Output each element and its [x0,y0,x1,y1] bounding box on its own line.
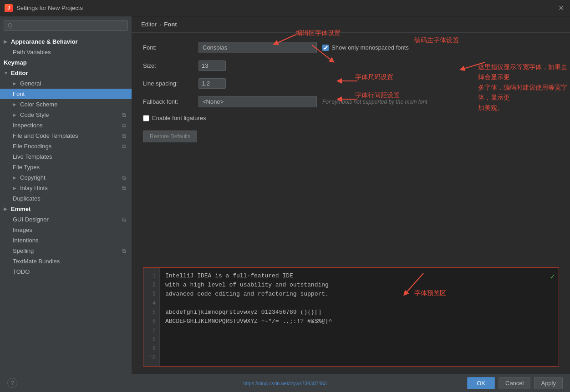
expand-arrow-icon: ▶ [13,186,18,191]
sidebar-item-editor[interactable]: ▼ Editor [0,68,132,78]
monospaced-label: Show only monospaced fonts [331,44,409,51]
apply-button[interactable]: Apply [534,377,563,389]
sidebar-item-file-code-templates[interactable]: File and Code Templates ⧉ [0,131,132,141]
code-line: advanced code editing and refactoring su… [165,290,553,299]
sidebar-item-general[interactable]: ▶ General [0,78,132,89]
sidebar-item-todo[interactable]: TODO [0,266,132,277]
breadcrumb: Editor › Font [132,16,570,33]
copy-icon: ⧉ [122,175,126,181]
cancel-button[interactable]: Cancel [499,377,530,389]
sidebar-item-label: Duplicates [13,195,41,202]
code-content: IntelliJ IDEA is a full-featured IDE wit… [160,268,559,366]
code-line [165,344,553,353]
sidebar-item-emmet[interactable]: ▶ Emmet [0,204,132,214]
sidebar-item-intentions[interactable]: Intentions [0,235,132,246]
code-line [165,353,553,362]
font-dropdown-wrapper: Consolas Courier New DejaVu Sans Mono Fi… [198,42,317,53]
sidebar-item-file-encodings[interactable]: File Encodings ⧉ [0,141,132,151]
copy-icon: ⧉ [122,185,126,191]
main-content: ▶ Appearance & Behavior Path Variables K… [0,16,570,374]
copy-icon: ⧉ [122,248,126,254]
font-dropdown[interactable]: Consolas Courier New DejaVu Sans Mono Fi… [198,42,317,53]
sidebar-item-images[interactable]: Images [0,225,132,235]
breadcrumb-current: Font [164,21,177,28]
sidebar-item-label: Inspections [13,122,43,129]
sidebar-item-copyright[interactable]: ▶ Copyright ⧉ [0,172,132,183]
line-number: 10 [143,353,159,362]
sidebar-item-label: File and Code Templates [13,132,78,139]
copy-icon: ⧉ [122,143,126,150]
ligatures-checkbox[interactable] [143,115,149,121]
line-number: 1 [143,271,159,281]
sidebar-item-label: Emmet [11,206,31,212]
size-label: Size: [143,62,193,69]
line-number: 9 [143,344,159,353]
ligatures-row: Enable font ligatures [143,115,559,121]
code-line [165,335,553,344]
copy-icon: ⧉ [122,122,126,129]
preview-lines: 1 2 3 4 5 6 7 8 9 10 IntelliJ IDEA is a … [143,268,559,366]
size-setting-row: Size: [143,60,559,71]
sidebar-item-label: General [20,80,41,87]
sidebar-item-color-scheme[interactable]: ▶ Color Scheme [0,99,132,110]
code-preview-area: 1 2 3 4 5 6 7 8 9 10 IntelliJ IDEA is a … [143,267,559,367]
monospaced-checkbox-wrapper[interactable]: Show only monospaced fonts [322,44,409,51]
sidebar-item-label: Keymap [4,59,27,66]
sidebar-item-font[interactable]: Font [0,89,132,99]
sidebar-item-textmate-bundles[interactable]: TextMate Bundles [0,256,132,266]
sidebar-item-code-style[interactable]: ▶ Code Style ⧉ [0,110,132,120]
ligatures-checkbox-wrapper[interactable]: Enable font ligatures [143,115,206,121]
line-number: 3 [143,290,159,299]
search-input[interactable] [4,20,128,31]
expand-arrow-icon: ▶ [13,112,18,117]
line-number: 6 [143,317,159,326]
close-button[interactable]: ✕ [556,4,565,13]
sidebar-item-keymap[interactable]: Keymap [0,57,132,68]
code-line: abcdefghijklmnopqrstuvwxyz 0123456789 ()… [165,308,553,317]
help-button[interactable]: ? [7,378,17,388]
title-bar: J Settings for New Projects ✕ [0,0,570,16]
sidebar-item-label: Copyright [20,174,46,181]
line-number: 5 [143,308,159,317]
fallback-font-row: Fallback font: <None> For symbols not su… [143,96,559,107]
fallback-font-dropdown[interactable]: <None> [198,96,317,107]
size-input[interactable] [198,60,226,71]
sidebar-item-label: Editor [11,70,28,76]
sidebar-item-file-types[interactable]: File Types [0,162,132,172]
sidebar: ▶ Appearance & Behavior Path Variables K… [0,16,132,374]
expand-arrow-icon: ▶ [13,81,18,86]
sidebar-item-inlay-hints[interactable]: ▶ Inlay Hints ⧉ [0,183,132,193]
monospaced-checkbox[interactable] [322,45,329,51]
expand-arrow-icon: ▶ [4,39,9,44]
code-line [165,299,553,308]
sidebar-item-label: File Encodings [13,143,51,150]
ok-button[interactable]: OK [467,377,495,389]
sidebar-item-label: Code Style [20,111,49,118]
line-spacing-input[interactable] [198,78,226,89]
breadcrumb-separator: › [159,21,161,28]
sidebar-item-duplicates[interactable]: Duplicates [0,193,132,204]
code-line: with a high level of usability and outst… [165,281,553,290]
sidebar-item-gui-designer[interactable]: GUI Designer ⧉ [0,214,132,225]
ligatures-label: Enable font ligatures [152,115,206,121]
breadcrumb-parent: Editor [141,21,157,28]
copy-icon: ⧉ [122,133,126,139]
sidebar-item-appearance-behavior[interactable]: ▶ Appearance & Behavior [0,36,132,47]
sidebar-tree: ▶ Appearance & Behavior Path Variables K… [0,35,132,374]
sidebar-item-live-templates[interactable]: Live Templates [0,151,132,162]
line-spacing-setting-row: Line spacing: [143,78,559,89]
sidebar-item-label: File Types [13,164,40,171]
sidebar-item-inspections[interactable]: Inspections ⧉ [0,120,132,131]
code-line: ABCDEFGHIJKLMNOPQRSTUVWXYZ +-*/= .,;:!? … [165,317,553,326]
expand-arrow-icon: ▶ [13,102,18,107]
sidebar-item-label: Font [13,90,25,97]
restore-defaults-button[interactable]: Restore Defaults [143,131,197,142]
copy-icon: ⧉ [122,216,126,223]
sidebar-item-label: TextMate Bundles [13,258,60,265]
sidebar-item-label: Spelling [13,247,34,254]
sidebar-item-spelling[interactable]: Spelling ⧉ [0,246,132,256]
line-number: 2 [143,281,159,290]
line-numbers: 1 2 3 4 5 6 7 8 9 10 [143,268,160,366]
expand-arrow-icon: ▶ [13,175,18,180]
sidebar-item-path-variables[interactable]: Path Variables [0,47,132,57]
